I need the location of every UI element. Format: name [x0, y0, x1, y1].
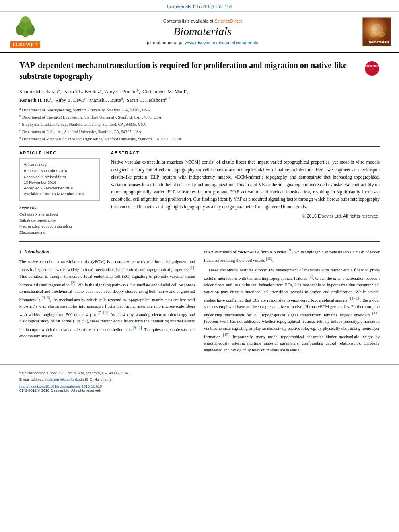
available-date: Available online 16 November 2016	[24, 191, 95, 197]
article-info-box: Article history: Received 5 October 2016…	[19, 158, 100, 200]
ref-7-10-link[interactable]: [7–10]	[97, 311, 107, 315]
article-footer: * Corresponding author. 476 Lomita Mall,…	[0, 364, 399, 394]
article-title-block: YAP-dependent mechanotransduction is req…	[19, 60, 380, 82]
article-info-heading: ARTICLE INFO	[19, 151, 100, 155]
journal-top-bar: Biomaterials 115 (2017) 155–166	[0, 0, 399, 12]
author-4: Christopher M. Madl	[142, 89, 185, 94]
article-title-text: YAP-dependent mechanotransduction is req…	[19, 60, 360, 82]
ref-9-right-link[interactable]: [9]	[288, 248, 292, 252]
ref-10-right-link[interactable]: [10]	[266, 257, 272, 261]
author-1: Shamik Mascharak	[19, 89, 58, 94]
body-col-right: this planar mesh of micron-scale fibrous…	[204, 247, 380, 357]
ref-15-link[interactable]: [15]	[223, 333, 230, 337]
body-two-col: 1. Introduction The native vascular extr…	[19, 247, 380, 357]
crossmark-icon: CrossMark	[364, 61, 380, 76]
keywords-section: Keywords: Cell matrix interactions Subst…	[19, 205, 100, 236]
email-note: E-mail address: heilshorn@stanford.edu (…	[19, 377, 380, 383]
author-2: Patrick L. Benitez	[64, 89, 100, 94]
svg-point-5	[19, 21, 26, 29]
received-date: Received 5 October 2016	[24, 168, 95, 174]
fig-s1-link[interactable]: Fig. S1	[74, 319, 87, 323]
abstract-col: ABSTRACT Native vascular extracellular m…	[111, 151, 380, 235]
body-col-left: 1. Introduction The native vascular extr…	[19, 247, 195, 357]
email-link[interactable]: heilshorn@stanford.edu	[45, 378, 84, 382]
elsevier-label: ELSEVIER	[10, 41, 40, 48]
ref-2-link[interactable]: [2]	[71, 281, 75, 285]
accepted-date: Accepted 15 November 2016	[24, 185, 95, 191]
intro-heading: 1. Introduction	[19, 248, 195, 256]
journal-header: ELSEVIER Contents lists available at Sci…	[0, 12, 399, 53]
biomaterials-logo-text: Biomaterials	[367, 40, 389, 44]
abstract-text: Native vascular extracellular matrices (…	[111, 158, 380, 210]
journal-homepage: journal homepage: www.elsevier.com/locat…	[147, 40, 258, 45]
footer-divider	[19, 368, 100, 368]
elsevier-tree-icon	[13, 16, 38, 40]
issn-line: 0142-9612/© 2016 Elsevier Ltd. All right…	[19, 388, 380, 392]
affiliation-a: a Department of Bioengineering, Stanford…	[19, 107, 380, 113]
svg-rect-14	[372, 66, 372, 70]
svg-point-10	[377, 32, 385, 37]
affiliation-d: d Department of Pediatrics, Stanford Uni…	[19, 128, 380, 135]
abstract-copyright: © 2016 Elsevier Ltd. All rights reserved…	[111, 214, 380, 218]
main-body: 1. Introduction The native vascular extr…	[0, 243, 399, 364]
intro-para2: this planar mesh of micron-scale fibrous…	[204, 247, 380, 264]
author-5: Kenneth H. Hu	[19, 97, 50, 103]
received-revised-date: 13 November 2016	[24, 180, 95, 185]
authors-line: Shamik Mascharaka, Patrick L. Beniteza, …	[19, 87, 380, 104]
header-divider	[19, 146, 380, 147]
ref-11-13-link[interactable]: [11–13]	[348, 296, 360, 300]
journal-name: Biomaterials	[173, 25, 232, 38]
keywords-label: Keywords:	[19, 205, 100, 210]
intro-para3: These anatomical features support the de…	[204, 267, 380, 354]
article-info-abstract-section: ARTICLE INFO Article history: Received 5…	[19, 151, 380, 235]
author-6: Ruby E. Dewi	[55, 97, 84, 103]
author-8: Sarah C. Heilshorn	[127, 97, 165, 103]
journal-center: Contents lists available at ScienceDirec…	[47, 16, 358, 48]
doi-anchor[interactable]: http://dx.doi.org/10.1016/j.biomaterials…	[19, 384, 102, 388]
elsevier-logo: ELSEVIER	[7, 16, 43, 48]
keyword-2: Substrate topography	[19, 217, 100, 223]
journal-homepage-link[interactable]: www.elsevier.com/locate/biomaterials	[185, 40, 258, 45]
affiliation-b: b Department of Chemical Engineering, St…	[19, 114, 380, 121]
crossmark-badge[interactable]: CrossMark	[364, 60, 380, 76]
corresponding-author-note: * Corresponding author. 476 Lomita Mall,…	[19, 371, 380, 376]
svg-point-9	[370, 32, 377, 37]
page: Biomaterials 115 (2017) 155–166 ELSEVIER…	[0, 0, 399, 532]
author-3: Amy C. Proctor	[105, 89, 137, 94]
received-revised-label: Received in revised form	[24, 174, 95, 180]
affiliation-e: e Department of Materials Science and En…	[19, 136, 380, 142]
sciencedirect-link[interactable]: ScienceDirect	[214, 18, 242, 23]
keyword-1: Cell matrix interactions	[19, 211, 100, 217]
abstract-heading: ABSTRACT	[111, 151, 380, 155]
contents-line: Contents lists available at ScienceDirec…	[163, 18, 242, 23]
intro-para1: The native vascular extracellular matrix…	[19, 259, 195, 340]
keyword-4: Electrospinning	[19, 229, 100, 235]
article-content: YAP-dependent mechanotransduction is req…	[0, 53, 399, 239]
ref-9-10-link[interactable]: [9,10]	[133, 326, 142, 330]
doi-link[interactable]: http://dx.doi.org/10.1016/j.biomaterials…	[19, 384, 380, 388]
affiliations: a Department of Bioengineering, Stanford…	[19, 107, 380, 142]
journal-citation-link[interactable]: Biomaterials 115 (2017) 155–166	[167, 4, 232, 9]
svg-point-6	[25, 21, 31, 29]
ref-14-link[interactable]: [14]	[372, 311, 379, 315]
history-label: Article history:	[24, 162, 95, 166]
affiliation-c: c Biophysics Graduate Group, Stanford Un…	[19, 121, 380, 128]
article-info-col: ARTICLE INFO Article history: Received 5…	[19, 151, 100, 235]
keyword-3: Mechanotransduction signaling	[19, 223, 100, 229]
ref-3-6-link[interactable]: [3–6]	[41, 296, 50, 300]
ref-3-right-link[interactable]: [3]	[309, 275, 313, 279]
body-divider	[19, 241, 380, 242]
ref-1-link[interactable]: [1]	[189, 266, 194, 270]
author-7: Manish J. Butte	[89, 97, 121, 103]
biomaterials-logo: Biomaterials	[362, 16, 392, 48]
